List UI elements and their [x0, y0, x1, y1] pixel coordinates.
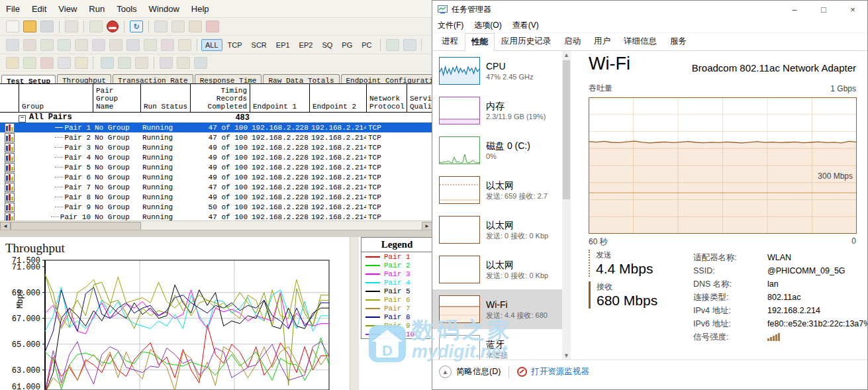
- taskmgr-tab[interactable]: 用户: [587, 32, 617, 50]
- taskmgr-menu-item[interactable]: 选项(O): [469, 19, 506, 32]
- filter-button-pc[interactable]: PC: [358, 39, 375, 51]
- open-folder-icon[interactable]: [23, 21, 36, 32]
- toolbar3-icon-3[interactable]: [40, 57, 54, 69]
- toolbar2-icon-6[interactable]: [92, 39, 105, 51]
- refresh-icon[interactable]: ↻: [130, 21, 143, 32]
- chart-vscrollbar[interactable]: [350, 237, 359, 390]
- menu-window[interactable]: Window: [143, 1, 185, 17]
- filter-button-tcp[interactable]: TCP: [224, 39, 246, 51]
- menu-file[interactable]: File: [0, 1, 26, 17]
- toolbar3-icon-10[interactable]: [177, 57, 190, 69]
- table-row[interactable]: Pair 4No GroupRunning49 of 100192.168.2.…: [0, 152, 432, 162]
- status-cell: Running: [140, 213, 190, 221]
- table-row[interactable]: Pair 9No GroupRunning50 of 100192.168.2.…: [0, 202, 432, 212]
- taskmgr-tab[interactable]: 服务: [663, 32, 693, 50]
- title-bar[interactable]: 任务管理器 –□×: [432, 1, 867, 18]
- taskmgr-tab[interactable]: 启动: [557, 32, 587, 50]
- table-row[interactable]: Pair 7No GroupRunning47 of 100192.168.2.…: [0, 182, 432, 192]
- filter-button-sq[interactable]: SQ: [318, 39, 336, 51]
- toolbar3-icon-8[interactable]: [135, 57, 148, 69]
- taskmgr-tab[interactable]: 应用历史记录: [495, 32, 557, 50]
- menu-help[interactable]: Help: [185, 1, 215, 17]
- scroll-up-icon[interactable]: ▲: [562, 51, 571, 60]
- table-row[interactable]: Pair 5No GroupRunning49 of 100192.168.2.…: [0, 162, 432, 172]
- field-value: WLAN: [767, 253, 791, 262]
- toolbar3-icon-11[interactable]: [194, 57, 207, 69]
- filter-button-ep2[interactable]: EP2: [295, 39, 317, 51]
- toolbar2-icon-1[interactable]: [6, 39, 19, 51]
- pair-name-cell: Pair 10: [19, 213, 93, 221]
- sidebar-item-cpu[interactable]: CPU47% 2.45 GHz: [432, 51, 562, 91]
- filter-button-ep1[interactable]: EP1: [272, 39, 294, 51]
- sidebar-item-empty[interactable]: 以太网发送: 0 接收: 0 Kbp: [432, 210, 562, 250]
- all-pairs-row[interactable]: −All Pairs 483: [0, 113, 432, 122]
- legend-item: Pair 4: [362, 278, 432, 287]
- menu-view[interactable]: View: [52, 1, 83, 17]
- toolbar3-icon-6[interactable]: [101, 57, 114, 69]
- toolbar2-icon-10[interactable]: [161, 39, 174, 51]
- toolbar3-icon-1[interactable]: [6, 57, 19, 69]
- sidebar-scrollbar[interactable]: ▲ ▼: [562, 51, 571, 360]
- group-cell: No Group: [93, 154, 140, 162]
- toolbar2-icon-11[interactable]: [178, 39, 191, 51]
- sidebar-item-disk[interactable]: 磁盘 0 (C:)0%: [432, 130, 562, 170]
- toolbar2-icon-8[interactable]: [126, 39, 140, 51]
- toolbar3-icon-7[interactable]: [118, 57, 131, 69]
- sidebar-item-bt[interactable]: 蓝牙未连接: [432, 329, 562, 360]
- minimize-button[interactable]: –: [780, 1, 809, 18]
- table-row[interactable]: Pair 10No GroupRunning47 of 100192.168.2…: [0, 212, 432, 220]
- sidebar-item-empty[interactable]: 以太网发送: 0 接收: 0 Kbp: [432, 250, 562, 289]
- toolbar-separator: [148, 21, 149, 32]
- table-row[interactable]: Pair 6No GroupRunning49 of 100192.168.2.…: [0, 172, 432, 182]
- filter-button-pg[interactable]: PG: [338, 39, 356, 51]
- taskmgr-menu-item[interactable]: 文件(F): [432, 19, 469, 32]
- sidebar-item-eth1[interactable]: 以太网发送: 659 接收: 2.7: [432, 170, 562, 210]
- sidebar-item-stat: 2.3/11.9 GB (19%): [486, 112, 546, 121]
- table-row[interactable]: Pair 8No GroupRunning49 of 100192.168.2.…: [0, 192, 432, 202]
- filter-button-scr[interactable]: SCR: [248, 39, 271, 51]
- toolbar2-icon-3[interactable]: [40, 39, 54, 51]
- menu-tools[interactable]: Tools: [111, 1, 142, 17]
- taskmgr-tab[interactable]: 进程: [435, 32, 465, 50]
- disk-mini-chart: [439, 136, 480, 164]
- field-value: 802.11ac: [767, 293, 801, 302]
- resource-monitor-icon: [517, 367, 527, 377]
- status-cell: Running: [140, 144, 190, 152]
- menu-edit[interactable]: Edit: [26, 1, 52, 17]
- close-button[interactable]: ×: [838, 1, 867, 18]
- taskmgr-tab[interactable]: 性能: [465, 33, 495, 51]
- fewer-details-button[interactable]: 简略信息(D): [456, 366, 501, 377]
- open-resource-monitor-link[interactable]: 打开资源监视器: [531, 366, 589, 377]
- sidebar-item-title: 磁盘 0 (C:): [486, 140, 530, 152]
- table-hscrollbar[interactable]: ◄ ►: [0, 220, 432, 230]
- stop-icon[interactable]: ▬: [107, 21, 119, 32]
- taskmgr-tab[interactable]: 详细信息: [617, 32, 663, 50]
- export-icon[interactable]: [386, 39, 399, 51]
- sidebar-item-mem[interactable]: 内存2.3/11.9 GB (19%): [432, 91, 562, 130]
- table-row[interactable]: Pair 1No GroupRunning47 of 100192.168.2.…: [0, 122, 432, 132]
- fewer-details-icon[interactable]: ▲: [439, 366, 452, 378]
- sidebar-item-wifi[interactable]: Wi-Fi发送: 4.4 接收: 680: [432, 289, 562, 329]
- menu-run[interactable]: Run: [83, 1, 111, 17]
- print-icon: [65, 21, 78, 32]
- filter-button-all[interactable]: ALL: [201, 39, 222, 51]
- scroll-thumb[interactable]: [563, 60, 570, 199]
- legend-swatch: [365, 299, 380, 301]
- table-header: GroupPair Group NameRun StatusTiming Rec…: [0, 83, 432, 113]
- toolbar-separator: [83, 21, 84, 32]
- taskmgr-menu-item[interactable]: 查看(V): [507, 19, 544, 32]
- toolbar3-icon-4[interactable]: [58, 57, 71, 69]
- collapse-icon[interactable]: −: [19, 115, 26, 122]
- toolbar2-icon-9[interactable]: [144, 39, 157, 51]
- import-icon[interactable]: [403, 39, 416, 51]
- toolbar3-icon-5[interactable]: [75, 57, 88, 69]
- toolbar3-icon-9[interactable]: [160, 57, 173, 69]
- table-row[interactable]: Pair 3No GroupRunning49 of 100192.168.2.…: [0, 142, 432, 152]
- toolbar2-icon-4[interactable]: [58, 39, 71, 51]
- toolbar2-icon-2[interactable]: [23, 39, 36, 51]
- table-row[interactable]: Pair 2No GroupRunning47 of 100192.168.2.…: [0, 132, 432, 142]
- toolbar2-icon-5[interactable]: [75, 39, 88, 51]
- maximize-button[interactable]: □: [809, 1, 838, 18]
- toolbar2-icon-7[interactable]: [109, 39, 122, 51]
- toolbar3-icon-2[interactable]: [23, 57, 36, 69]
